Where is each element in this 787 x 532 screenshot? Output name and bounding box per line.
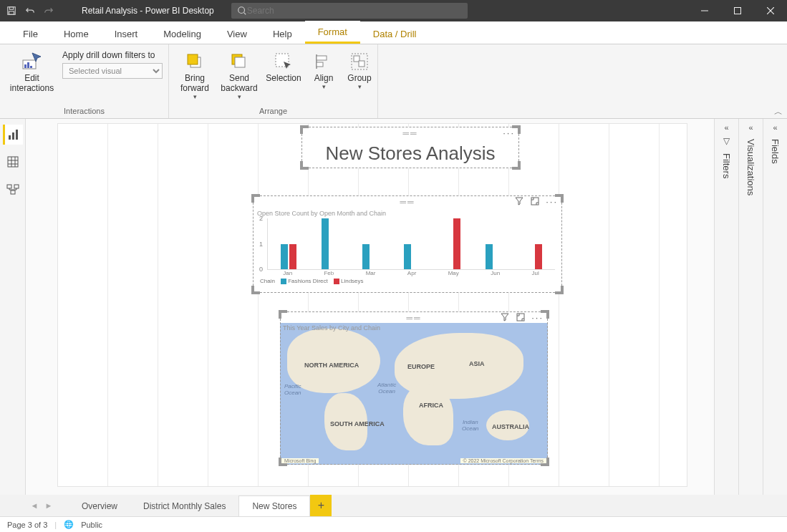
chevron-left-icon[interactable]: « [748,123,753,132]
svg-rect-31 [7,185,11,188]
ribbon-tabs: File Home Insert Modeling View Help Form… [0,21,787,44]
align-icon [312,50,335,73]
svg-rect-19 [317,62,323,67]
svg-rect-15 [235,57,245,67]
maximize-button[interactable] [721,0,754,21]
tab-help[interactable]: Help [260,23,305,44]
page-tabs-bar: ◄ ► Overview District Monthly Sales New … [0,495,787,516]
selection-icon [272,50,295,73]
chevron-left-icon[interactable]: « [724,123,728,132]
svg-rect-18 [317,56,327,60]
tab-modeling[interactable]: Modeling [150,23,214,44]
tab-home[interactable]: Home [51,23,102,44]
visual-title[interactable]: ══ ··· New Stores Analysis [301,127,519,168]
view-switcher [0,119,26,495]
search-icon [237,6,247,16]
bring-forward-icon [183,50,206,73]
report-view-button[interactable] [3,125,23,145]
map-title: This Year Sales by City and Chain [283,324,380,332]
report-canvas[interactable]: ══ ··· New Stores Analysis ══ ··· Open S… [57,123,687,487]
selection-button[interactable]: Selection [264,47,304,86]
svg-rect-13 [188,54,198,64]
page-next-button[interactable]: ► [43,500,54,511]
visualizations-pane-collapsed[interactable]: « Visualizations [738,119,763,495]
minimize-button[interactable] [688,0,721,21]
svg-rect-11 [30,66,32,68]
svg-rect-10 [27,62,29,68]
svg-rect-24 [12,132,14,140]
group-label-interactions: Interactions [6,107,163,117]
search-box[interactable] [231,3,468,19]
data-view-button[interactable] [3,152,23,172]
page-prev-button[interactable]: ◄ [29,500,40,511]
edit-interactions-label: Edit interactions [10,73,54,93]
svg-point-3 [238,7,245,14]
svg-rect-25 [16,130,18,140]
undo-icon[interactable] [24,5,36,16]
tab-data-drill[interactable]: Data / Drill [360,23,430,44]
group-button[interactable]: Group▾ [344,47,375,93]
svg-rect-5 [735,8,741,14]
app-title: Retail Analysis - Power BI Desktop [82,6,214,16]
chevron-left-icon[interactable]: « [773,123,777,132]
svg-rect-2 [9,11,14,14]
page-tab-overview[interactable]: Overview [69,495,130,516]
page-indicator: Page 3 of 3 [7,521,47,529]
edit-interactions-button[interactable]: Edit interactions [6,47,58,96]
send-backward-icon [228,50,251,73]
svg-rect-33 [11,190,15,194]
close-button[interactable] [754,0,787,21]
canvas-area[interactable]: ══ ··· New Stores Analysis ══ ··· Open S… [26,119,787,495]
fields-pane-collapsed[interactable]: « Fields [763,119,787,495]
tab-file[interactable]: File [10,23,51,44]
svg-rect-9 [24,64,26,68]
save-icon[interactable] [6,5,17,16]
status-bar: Page 3 of 3 | 🌐 Public [0,516,787,532]
ribbon-collapse-icon[interactable]: ︿ [774,106,783,118]
page-tab-district-monthly-sales[interactable]: District Monthly Sales [130,495,238,516]
tab-view[interactable]: View [214,23,260,44]
visual-bar-chart[interactable]: ══ ··· Open Store Count by Open Month an… [253,195,562,293]
group-label-arrange: Arrange [175,107,372,117]
svg-rect-23 [9,135,11,140]
redo-icon[interactable] [43,5,54,16]
status-public: Public [81,521,102,529]
ribbon: Edit interactions Apply drill down filte… [0,44,787,119]
title-bar: Retail Analysis - Power BI Desktop [0,0,787,21]
add-page-button[interactable]: + [310,495,332,516]
tab-format[interactable]: Format [305,21,360,44]
tab-insert[interactable]: Insert [102,23,151,44]
svg-rect-26 [8,157,18,167]
align-button[interactable]: Align▾ [308,47,339,93]
svg-rect-32 [14,185,19,188]
page-tab-new-stores[interactable]: New Stores [238,495,310,516]
group-icon [348,50,371,73]
model-view-button[interactable] [3,179,23,199]
svg-rect-1 [9,7,13,10]
send-backward-button[interactable]: Send backward▾ [219,47,259,103]
visual-map[interactable]: ══ ··· This Year Sales by City and Chain… [280,311,548,465]
search-input[interactable] [247,6,462,16]
bring-forward-button[interactable]: Bring forward▾ [175,47,215,103]
edit-interactions-icon [21,50,44,73]
apply-drill-select[interactable]: Selected visual [62,63,163,79]
filters-pane-collapsed[interactable]: « ▽ Filters [714,119,738,495]
filter-icon: ▽ [723,136,730,146]
svg-rect-22 [359,61,364,67]
apply-drill-label: Apply drill down filters to [62,50,163,60]
globe-icon: 🌐 [64,520,74,529]
